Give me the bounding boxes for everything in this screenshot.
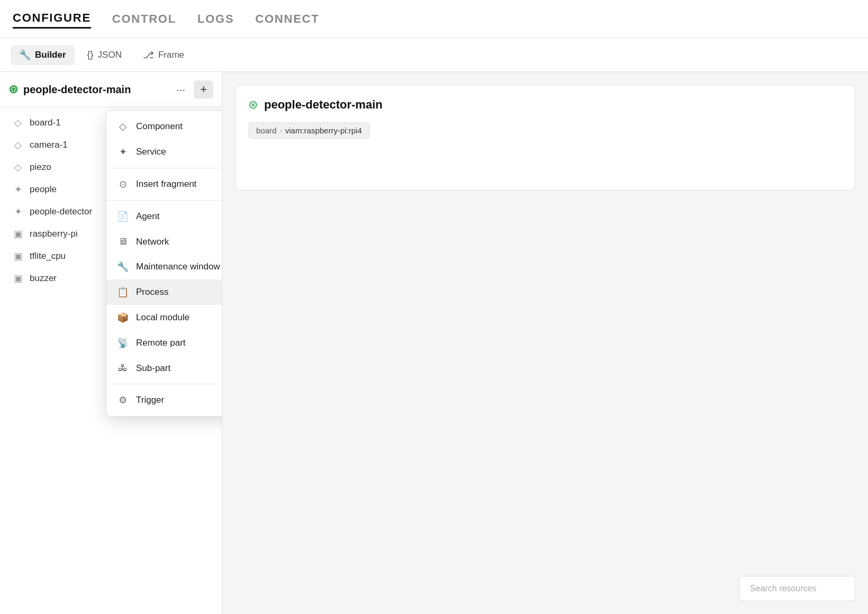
machine-config-card: ⊛ people-detector-main board › viam:rasp… <box>235 85 855 191</box>
network-icon: 🖥 <box>117 236 129 247</box>
sidebar-machine-name: ⊛ people-detector-main <box>8 83 131 96</box>
nav-control[interactable]: CONTROL <box>112 10 176 28</box>
trigger-icon: ⚙ <box>117 394 129 406</box>
module-icon <box>13 228 23 240</box>
agent-icon: 📄 <box>117 211 129 222</box>
fragment-icon: ⊙ <box>117 178 129 190</box>
dropdown-section-1: ◇ Component C ✦ Service S <box>106 111 222 168</box>
dropdown-item-insert-fragment[interactable]: ⊙ Insert fragment <box>106 171 222 197</box>
config-machine-name: people-detector-main <box>264 98 383 112</box>
remote-part-icon: 📡 <box>117 337 129 349</box>
maintenance-icon: 🔧 <box>117 261 129 273</box>
nav-configure[interactable]: CONFIGURE <box>13 9 91 29</box>
diamond-icon <box>13 139 23 151</box>
dropdown-item-sub-part[interactable]: 🖧 Sub-part <box>106 356 222 381</box>
sidebar-header: ⊛ people-detector-main ··· + <box>0 72 222 107</box>
dropdown-item-network[interactable]: 🖥 Network <box>106 229 222 254</box>
dropdown-section-2: ⊙ Insert fragment <box>106 168 222 200</box>
main-layout: ⊛ people-detector-main ··· + board-1 cam… <box>0 72 868 614</box>
diamond-icon <box>13 161 23 173</box>
sub-part-icon: 🖧 <box>117 363 129 374</box>
subnav-builder[interactable]: 🔧 Builder <box>11 45 75 65</box>
dropdown-item-trigger[interactable]: ⚙ Trigger <box>106 387 222 413</box>
json-icon: {} <box>87 49 94 60</box>
module-icon <box>13 250 23 262</box>
subnav-json[interactable]: {} JSON <box>79 45 130 65</box>
subnav-frame[interactable]: ⎇ Frame <box>134 45 193 65</box>
dropdown-section-3: 📄 Agent 🖥 Network 🔧 Maintenance window <box>106 200 222 384</box>
dropdown-section-4: ⚙ Trigger <box>106 384 222 416</box>
board-tag[interactable]: board › viam:raspberry-pi:rpi4 <box>248 122 370 139</box>
star-icon <box>13 184 23 195</box>
tag-arrow: › <box>279 127 282 134</box>
content-area: ⊛ people-detector-main board › viam:rasp… <box>222 72 868 614</box>
search-resources-input[interactable]: Search resources <box>739 576 855 601</box>
dropdown-item-component[interactable]: ◇ Component C <box>106 114 222 139</box>
top-nav: CONFIGURE CONTROL LOGS CONNECT <box>0 0 868 38</box>
local-module-icon: 📦 <box>117 312 129 323</box>
config-card-header: ⊛ people-detector-main <box>248 98 842 112</box>
process-icon: 📋 <box>117 286 129 298</box>
module-icon <box>13 273 23 284</box>
builder-icon: 🔧 <box>19 49 31 61</box>
star-icon <box>13 206 23 218</box>
config-tags: board › viam:raspberry-pi:rpi4 <box>248 122 842 139</box>
dropdown-item-agent[interactable]: 📄 Agent <box>106 204 222 229</box>
add-item-button[interactable]: + <box>194 80 213 98</box>
dropdown-item-local-module[interactable]: 📦 Local module › <box>106 305 222 330</box>
nav-logs[interactable]: LOGS <box>197 10 234 28</box>
sidebar: ⊛ people-detector-main ··· + board-1 cam… <box>0 72 222 614</box>
service-icon: ✦ <box>117 146 129 158</box>
more-options-button[interactable]: ··· <box>172 82 189 98</box>
dropdown-item-process[interactable]: 📋 Process <box>106 279 222 305</box>
add-item-dropdown: ◇ Component C ✦ Service S ⊙ <box>106 110 222 417</box>
frame-icon: ⎇ <box>143 49 154 61</box>
config-machine-icon: ⊛ <box>248 98 258 112</box>
dropdown-item-maintenance-window[interactable]: 🔧 Maintenance window <box>106 254 222 279</box>
machine-wifi-icon: ⊛ <box>8 83 18 96</box>
nav-connect[interactable]: CONNECT <box>255 10 319 28</box>
component-icon: ◇ <box>117 121 129 132</box>
diamond-icon <box>13 117 23 129</box>
dropdown-item-service[interactable]: ✦ Service S <box>106 139 222 165</box>
sub-nav: 🔧 Builder {} JSON ⎇ Frame <box>0 38 868 72</box>
dropdown-item-remote-part[interactable]: 📡 Remote part <box>106 330 222 356</box>
sidebar-actions: ··· + <box>172 80 213 98</box>
